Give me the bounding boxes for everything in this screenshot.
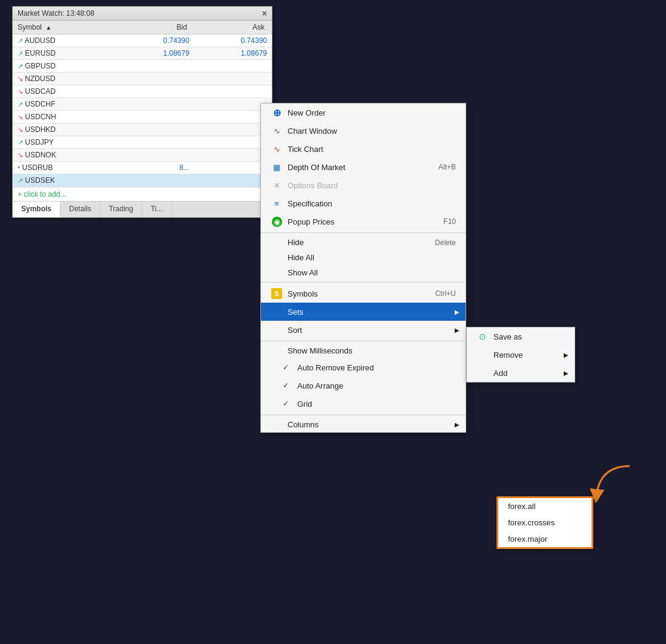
menu-label-show-milliseconds: Show Milliseconds <box>288 346 352 355</box>
menu-item-symbols[interactable]: $SymbolsCtrl+U <box>261 284 466 303</box>
forex-item-forex-crosses[interactable]: forex.crosses <box>498 514 592 531</box>
ask-header[interactable]: Ask <box>194 21 272 34</box>
menu-item-new-order[interactable]: ⊕New Order <box>261 104 466 122</box>
tab-details[interactable]: Details <box>61 202 101 217</box>
menu-item-tick-chart[interactable]: ∿Tick Chart <box>261 140 466 158</box>
symbol-name: GBPUSD <box>25 62 56 70</box>
shortcut-popup-prices: F10 <box>425 217 456 226</box>
symbol-name: USDRUB <box>22 163 53 172</box>
forex-submenu: forex.allforex.crossesforex.major <box>496 496 593 549</box>
sets-label-save-as: Save as <box>493 332 522 341</box>
menu-label-hide: Hide <box>288 238 304 247</box>
menu-label-popup-prices: Popup Prices <box>288 217 334 226</box>
menu-separator <box>261 232 466 233</box>
table-row[interactable]: ↘ NZDUSD <box>13 73 272 85</box>
save-as-icon: ⊙ <box>476 330 489 343</box>
symbol-name: USDCNH <box>25 113 56 121</box>
table-row[interactable]: ↘ USDNOK <box>13 149 272 162</box>
shortcut-depth-of-market: Alt+B <box>420 163 456 171</box>
bid-cell: 8... <box>117 162 194 174</box>
sets-label-add: Add <box>493 369 507 378</box>
sets-menu-item-remove[interactable]: Remove <box>467 346 575 364</box>
ask-cell: 1.08679 <box>194 47 272 60</box>
forex-label-forex-all: forex.all <box>508 502 536 511</box>
menu-item-hide-all[interactable]: Hide All <box>261 250 466 265</box>
menu-item-depth-of-market[interactable]: ▦Depth Of MarketAlt+B <box>261 158 466 176</box>
popup-icon: ◉ <box>271 215 283 228</box>
menu-label-specification: Specification <box>288 199 332 208</box>
chart-icon: ∿ <box>271 125 283 137</box>
arrow-up-icon: ↗ <box>18 100 23 108</box>
bid-cell <box>117 98 194 111</box>
click-to-add[interactable]: + click to add... <box>13 187 272 201</box>
menu-item-options-board[interactable]: ✕Options Board <box>261 176 466 194</box>
bid-cell <box>117 85 194 98</box>
arrow-up-icon: ↗ <box>18 37 23 44</box>
check-icon: ✓ <box>283 363 292 372</box>
dollar-icon: $ <box>271 288 282 299</box>
menu-item-specification[interactable]: ≡Specification <box>261 194 466 212</box>
bid-cell <box>117 60 194 73</box>
bid-header[interactable]: Bid <box>117 21 194 34</box>
menu-item-show-all[interactable]: Show All <box>261 265 466 280</box>
tab-ti[interactable]: Ti... <box>142 202 172 217</box>
table-row[interactable]: ↘ USDCAD <box>13 85 272 98</box>
arrow-up-icon: ↗ <box>18 62 23 70</box>
empty-icon <box>476 367 489 379</box>
table-row[interactable]: ↗ AUDUSD 0.74390 0.74390 <box>13 34 272 47</box>
empty-icon <box>476 349 489 361</box>
menu-item-columns[interactable]: Columns <box>261 417 466 432</box>
menu-item-sets[interactable]: Sets <box>261 303 466 321</box>
options-icon: ✕ <box>271 179 283 191</box>
arrow-down-icon: ↘ <box>18 113 23 120</box>
menu-label-options-board: Options Board <box>288 181 338 190</box>
table-row[interactable]: ↘ USDCNH <box>13 111 272 123</box>
menu-item-popup-prices[interactable]: ◉Popup PricesF10 <box>261 212 466 231</box>
menu-item-auto-arrange[interactable]: ✓Auto Arrange <box>261 376 466 395</box>
empty-icon <box>271 324 283 336</box>
symbol-name: AUDUSD <box>25 36 56 45</box>
table-row[interactable]: ↗ USDCHF <box>13 98 272 111</box>
bid-cell <box>117 136 194 149</box>
spec-icon: ≡ <box>271 197 283 209</box>
menu-label-new-order: New Order <box>288 108 326 117</box>
menu-item-auto-remove[interactable]: ✓Auto Remove Expired <box>261 358 466 376</box>
sets-submenu: ⊙Save asRemoveAdd <box>466 327 575 383</box>
arrow-up-icon: ↗ <box>18 177 23 184</box>
menu-label-depth-of-market: Depth Of Market <box>288 163 345 172</box>
symbol-name: USDSEK <box>25 176 54 185</box>
table-row[interactable]: ↗ USDJPY <box>13 136 272 149</box>
menu-label-auto-remove: Auto Remove Expired <box>297 363 374 372</box>
tab-trading[interactable]: Trading <box>101 202 142 217</box>
table-row[interactable]: • USDRUB 8... <box>13 162 272 174</box>
ask-cell <box>194 85 272 98</box>
check-icon: ✓ <box>283 381 292 390</box>
arrow-down-icon: ↘ <box>18 88 23 95</box>
menu-item-hide[interactable]: HideDelete <box>261 235 466 250</box>
forex-label-forex-crosses: forex.crosses <box>508 518 555 527</box>
table-row[interactable]: ↗ GBPUSD <box>13 60 272 73</box>
symbol-name: USDHKD <box>25 125 56 134</box>
forex-item-forex-all[interactable]: forex.all <box>498 498 592 514</box>
bid-cell <box>117 149 194 162</box>
new-order-icon: ⊕ <box>271 107 283 119</box>
menu-label-chart-window: Chart Window <box>288 126 337 136</box>
menu-label-sort: Sort <box>288 326 302 335</box>
menu-item-show-milliseconds[interactable]: Show Milliseconds <box>261 343 466 358</box>
tab-symbols[interactable]: Symbols <box>13 202 61 217</box>
symbol-header[interactable]: Symbol ▲ <box>13 21 117 34</box>
symbol-cell: ↗ USDJPY <box>13 136 117 149</box>
arrow-up-icon: ↗ <box>18 139 23 146</box>
table-row[interactable]: ↗ EURUSD 1.08679 1.08679 <box>13 47 272 60</box>
menu-item-sort[interactable]: Sort <box>261 321 466 339</box>
sets-menu-item-add[interactable]: Add <box>467 364 575 382</box>
sets-menu-item-save-as[interactable]: ⊙Save as <box>467 327 575 346</box>
table-row[interactable]: ↗ USDSEK <box>13 174 272 187</box>
forex-item-forex-major[interactable]: forex.major <box>498 531 592 547</box>
symbol-cell: ↗ AUDUSD <box>13 34 117 47</box>
menu-label-sets: Sets <box>288 307 303 317</box>
table-row[interactable]: ↘ USDHKD <box>13 123 272 136</box>
menu-item-grid[interactable]: ✓Grid <box>261 395 466 413</box>
menu-item-chart-window[interactable]: ∿Chart Window <box>261 122 466 140</box>
close-button[interactable]: × <box>262 9 267 18</box>
